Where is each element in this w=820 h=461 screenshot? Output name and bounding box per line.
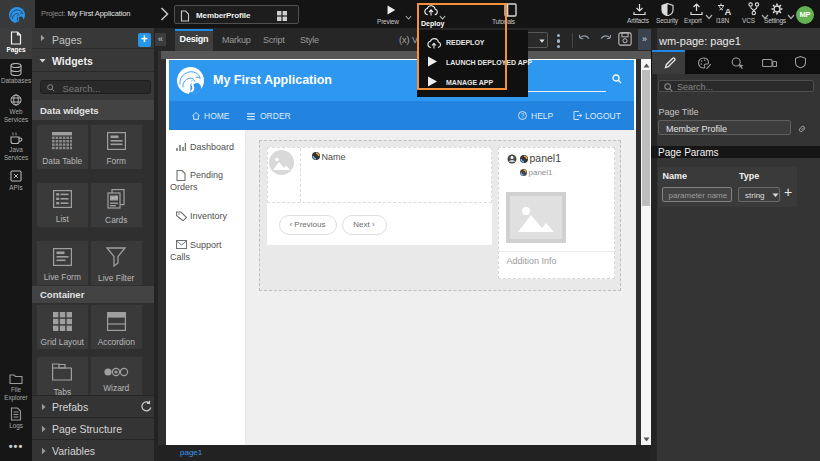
svg-text:A: A bbox=[725, 6, 732, 17]
svg-text:?: ? bbox=[521, 112, 525, 119]
